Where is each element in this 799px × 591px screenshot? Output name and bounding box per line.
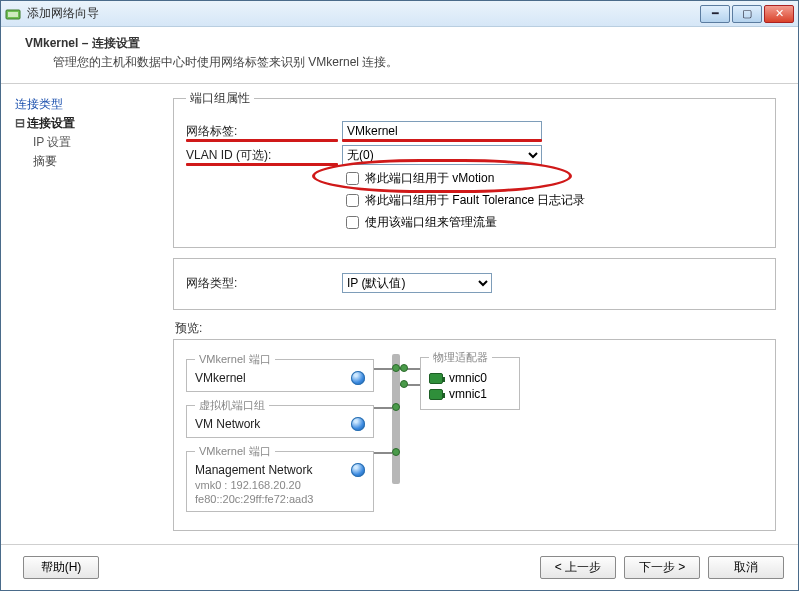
network-type-group: 网络类型: IP (默认值) <box>173 258 776 310</box>
preview-vmkernel-legend: VMkernel 端口 <box>195 352 275 367</box>
back-button[interactable]: < 上一步 <box>540 556 616 579</box>
sidebar-step-connection-settings[interactable]: ⊟连接设置 <box>15 115 161 132</box>
preview-mgmt-ipv6: fe80::20c:29ff:fe72:aad3 <box>195 493 365 505</box>
close-button[interactable]: ✕ <box>764 5 794 23</box>
app-icon <box>5 6 21 22</box>
checkbox-mgmt[interactable] <box>346 216 359 229</box>
maximize-button[interactable]: ▢ <box>732 5 762 23</box>
network-type-select[interactable]: IP (默认值) <box>342 273 492 293</box>
checkbox-ft-label: 将此端口组用于 Fault Tolerance 日志记录 <box>365 192 586 209</box>
vlan-id-select[interactable]: 无(0) <box>342 145 542 165</box>
wizard-step-subtitle: 管理您的主机和数据中心时使用网络标签来识别 VMkernel 连接。 <box>25 54 788 71</box>
sidebar-step-connection-settings-label: 连接设置 <box>27 116 75 130</box>
checkbox-vmotion[interactable] <box>346 172 359 185</box>
preview-vmkernel-port: VMkernel 端口 VMkernel <box>186 352 374 392</box>
wizard-header: VMkernel – 连接设置 管理您的主机和数据中心时使用网络标签来识别 VM… <box>1 27 798 84</box>
svg-rect-1 <box>8 12 18 17</box>
connector-dot <box>392 403 400 411</box>
preview-mgmt-name: Management Network <box>195 463 343 477</box>
nic-row: vmnic0 <box>429 371 509 385</box>
cancel-button[interactable]: 取消 <box>708 556 784 579</box>
preview-label: 预览: <box>175 320 776 337</box>
wizard-main-pane: 端口组属性 网络标签: VLAN ID (可选): 无(0) <box>167 84 798 537</box>
sidebar-step-summary[interactable]: 摘要 <box>33 153 161 170</box>
portgroup-icon <box>351 417 365 431</box>
next-button[interactable]: 下一步 > <box>624 556 700 579</box>
port-group-properties-group: 端口组属性 网络标签: VLAN ID (可选): 无(0) <box>173 90 776 248</box>
portgroup-icon <box>351 463 365 477</box>
nic-row: vmnic1 <box>429 387 509 401</box>
nic-icon <box>429 389 443 400</box>
connector-line <box>374 452 392 454</box>
checkbox-vmotion-label: 将此端口组用于 vMotion <box>365 170 494 187</box>
preview-vm-portgroup: 虚拟机端口组 VM Network <box>186 398 374 438</box>
preview-mgmt-port: VMkernel 端口 Management Network vmk0 : 19… <box>186 444 374 512</box>
preview-physical-adapters: 物理适配器 vmnic0 vmnic1 <box>420 350 520 410</box>
window-buttons: ━ ▢ ✕ <box>700 5 794 23</box>
window-title: 添加网络向导 <box>27 5 700 22</box>
connector-dot <box>400 364 408 372</box>
preview-vmkernel-name: VMkernel <box>195 371 343 385</box>
row-network-label: 网络标签: <box>186 121 763 141</box>
nic-icon <box>429 373 443 384</box>
titlebar: 添加网络向导 ━ ▢ ✕ <box>1 1 798 27</box>
wizard-steps-sidebar: 连接类型 ⊟连接设置 IP 设置 摘要 <box>1 84 167 537</box>
preview-vm-legend: 虚拟机端口组 <box>195 398 269 413</box>
preview-vm-name: VM Network <box>195 417 343 431</box>
connector-line <box>374 407 392 409</box>
wizard-window: 添加网络向导 ━ ▢ ✕ VMkernel – 连接设置 管理您的主机和数据中心… <box>0 0 799 591</box>
connector-dot <box>392 448 400 456</box>
minimize-button[interactable]: ━ <box>700 5 730 23</box>
row-vlan-id: VLAN ID (可选): 无(0) <box>186 145 763 165</box>
wizard-footer: 帮助(H) < 上一步 下一步 > 取消 <box>1 544 798 590</box>
checkbox-ft[interactable] <box>346 194 359 207</box>
checkbox-mgmt-label: 使用该端口组来管理流量 <box>365 214 497 231</box>
row-network-type: 网络类型: IP (默认值) <box>186 273 763 293</box>
sidebar-step-connection-type[interactable]: 连接类型 <box>15 96 161 113</box>
checkbox-mgmt-row: 使用该端口组来管理流量 <box>342 213 763 232</box>
port-group-legend: 端口组属性 <box>186 90 254 107</box>
nic1-label: vmnic1 <box>449 387 487 401</box>
checkbox-ft-row: 将此端口组用于 Fault Tolerance 日志记录 <box>342 191 763 210</box>
vswitch-bar <box>392 354 400 484</box>
connector-dot <box>392 364 400 372</box>
network-type-label: 网络类型: <box>186 275 342 292</box>
nic0-label: vmnic0 <box>449 371 487 385</box>
checkbox-vmotion-row: 将此端口组用于 vMotion <box>342 169 763 188</box>
network-label-label: 网络标签: <box>186 123 342 140</box>
wizard-body: 连接类型 ⊟连接设置 IP 设置 摘要 端口组属性 网络标签: <box>1 84 798 537</box>
vlan-id-label: VLAN ID (可选): <box>186 147 342 164</box>
help-button[interactable]: 帮助(H) <box>23 556 99 579</box>
connector-line <box>374 368 392 370</box>
preview-mgmt-ip: vmk0 : 192.168.20.20 <box>195 479 365 491</box>
preview-box: VMkernel 端口 VMkernel 虚拟机端口组 VM Network V… <box>173 339 776 531</box>
sidebar-step-ip-settings[interactable]: IP 设置 <box>33 134 161 151</box>
portgroup-icon <box>351 371 365 385</box>
preview-mgmt-legend: VMkernel 端口 <box>195 444 275 459</box>
physical-adapters-legend: 物理适配器 <box>429 350 492 365</box>
wizard-step-title: VMkernel – 连接设置 <box>25 35 788 52</box>
connector-dot <box>400 380 408 388</box>
network-label-input[interactable] <box>342 121 542 141</box>
tree-collapse-icon: ⊟ <box>15 116 25 130</box>
